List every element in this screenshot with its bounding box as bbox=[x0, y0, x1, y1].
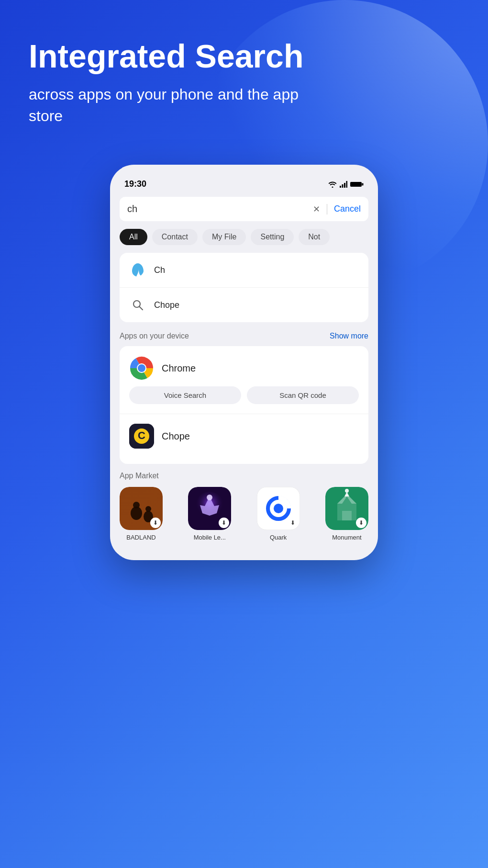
search-bar[interactable]: ch ✕ Cancel bbox=[120, 197, 368, 221]
svg-point-30 bbox=[345, 489, 349, 493]
market-section: App Market bbox=[110, 472, 378, 541]
chrome-icon bbox=[129, 356, 154, 381]
apps-section-label: Apps on your device bbox=[120, 332, 189, 340]
phone-container: 19:30 bbox=[0, 165, 488, 560]
status-bar: 19:30 bbox=[110, 179, 378, 197]
tab-setting[interactable]: Setting bbox=[251, 229, 294, 245]
svg-rect-5 bbox=[362, 183, 364, 185]
tab-all[interactable]: All bbox=[120, 229, 147, 245]
mobilele-item[interactable]: ⬇ Mobile Le... bbox=[188, 487, 231, 541]
svg-point-15 bbox=[131, 507, 142, 520]
svg-rect-1 bbox=[342, 184, 344, 188]
mobilele-name: Mobile Le... bbox=[194, 534, 226, 541]
chope-icon: C bbox=[129, 424, 154, 449]
battery-icon bbox=[350, 181, 364, 188]
filter-tabs: All Contact My File Setting Not bbox=[110, 229, 378, 245]
chrome-app-row: Chrome bbox=[129, 356, 359, 381]
chrome-app-item[interactable]: Chrome Voice Search Scan QR code bbox=[120, 346, 368, 414]
chrome-app-name: Chrome bbox=[162, 363, 196, 374]
badland-name: BADLAND bbox=[126, 534, 155, 541]
search-cancel-button[interactable]: Cancel bbox=[334, 204, 361, 214]
tab-contact[interactable]: Contact bbox=[152, 229, 198, 245]
app-results-box: Chrome Voice Search Scan QR code C bbox=[120, 346, 368, 464]
svg-point-21 bbox=[207, 495, 212, 500]
status-icons bbox=[328, 181, 364, 188]
suggestion-ch[interactable]: Ch bbox=[120, 253, 368, 288]
svg-text:C: C bbox=[138, 429, 145, 441]
header-section: Integrated Search across apps on your ph… bbox=[0, 0, 488, 146]
chope-app-item[interactable]: C Chope bbox=[120, 414, 368, 464]
svg-rect-28 bbox=[342, 511, 352, 520]
svg-point-18 bbox=[145, 506, 151, 512]
search-icon bbox=[129, 296, 146, 314]
monument-icon: ⬇ bbox=[325, 487, 368, 530]
market-label: App Market bbox=[120, 472, 368, 480]
quark-name: Quark bbox=[270, 534, 287, 541]
svg-rect-3 bbox=[346, 181, 348, 188]
wifi-icon bbox=[328, 181, 337, 188]
suggestion-chope-text: Chope bbox=[154, 300, 179, 310]
status-time: 19:30 bbox=[124, 179, 146, 189]
leaf-icon bbox=[129, 261, 146, 279]
chope-app-name: Chope bbox=[162, 431, 190, 442]
mobilele-icon: ⬇ bbox=[188, 487, 231, 530]
svg-rect-0 bbox=[340, 186, 341, 188]
subtitle: across apps on your phone and the app st… bbox=[29, 84, 316, 127]
show-more-button[interactable]: Show more bbox=[330, 332, 368, 340]
svg-rect-4 bbox=[350, 182, 362, 187]
svg-point-16 bbox=[133, 502, 140, 508]
search-query: ch bbox=[127, 203, 308, 214]
main-title: Integrated Search bbox=[29, 38, 459, 74]
tab-not[interactable]: Not bbox=[299, 229, 330, 245]
monument-name: Monument bbox=[332, 534, 361, 541]
voice-search-button[interactable]: Voice Search bbox=[129, 386, 241, 404]
svg-line-7 bbox=[140, 307, 143, 310]
suggestion-ch-text: Ch bbox=[154, 265, 165, 275]
suggestions-box: Ch Chope bbox=[120, 253, 368, 322]
search-divider bbox=[327, 204, 327, 214]
quark-item[interactable]: ⬇ Quark bbox=[257, 487, 300, 541]
svg-point-10 bbox=[138, 364, 145, 372]
quark-icon: ⬇ bbox=[257, 487, 300, 530]
monument-item[interactable]: ⬇ Monument bbox=[325, 487, 368, 541]
svg-rect-2 bbox=[344, 183, 345, 188]
apps-section-header: Apps on your device Show more bbox=[110, 330, 378, 346]
badland-item[interactable]: ⬇ BADLAND bbox=[120, 487, 163, 541]
scan-qr-button[interactable]: Scan QR code bbox=[247, 386, 359, 404]
market-grid: ⬇ BADLAND bbox=[120, 487, 368, 541]
badland-icon: ⬇ bbox=[120, 487, 163, 530]
chope-app-row: C Chope bbox=[129, 424, 359, 449]
signal-icon bbox=[340, 181, 347, 188]
phone-mockup: 19:30 bbox=[110, 165, 378, 560]
quark-download-badge: ⬇ bbox=[288, 518, 298, 528]
tab-myfile[interactable]: My File bbox=[202, 229, 246, 245]
svg-point-24 bbox=[274, 504, 283, 513]
chrome-app-actions: Voice Search Scan QR code bbox=[129, 386, 359, 404]
search-clear-button[interactable]: ✕ bbox=[313, 204, 320, 214]
suggestion-chope[interactable]: Chope bbox=[120, 288, 368, 322]
